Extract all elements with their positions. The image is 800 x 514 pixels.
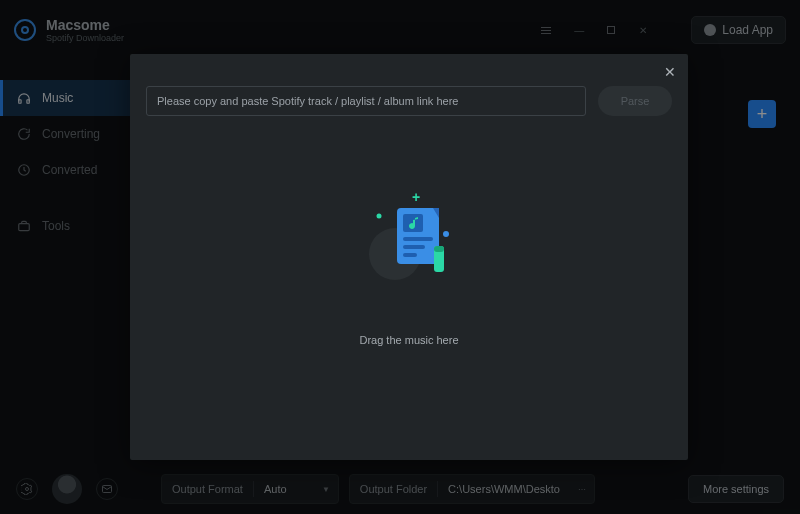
spotify-url-input[interactable]	[146, 86, 586, 116]
parse-button[interactable]: Parse	[598, 86, 672, 116]
close-icon[interactable]: ✕	[664, 64, 676, 80]
add-music-modal: ✕ Parse + Drag the music h	[130, 54, 688, 460]
drop-caption: Drag the music here	[359, 334, 458, 346]
music-document-illustration: +	[349, 184, 469, 304]
svg-rect-12	[403, 237, 433, 241]
svg-text:+: +	[412, 189, 420, 205]
svg-point-8	[377, 214, 382, 219]
parse-label: Parse	[621, 95, 650, 107]
svg-rect-16	[434, 246, 444, 252]
drop-area[interactable]: + Drag the music here	[130, 184, 688, 346]
svg-rect-14	[403, 253, 417, 257]
svg-rect-13	[403, 245, 425, 249]
url-row: Parse	[146, 86, 672, 116]
svg-point-9	[443, 231, 449, 237]
